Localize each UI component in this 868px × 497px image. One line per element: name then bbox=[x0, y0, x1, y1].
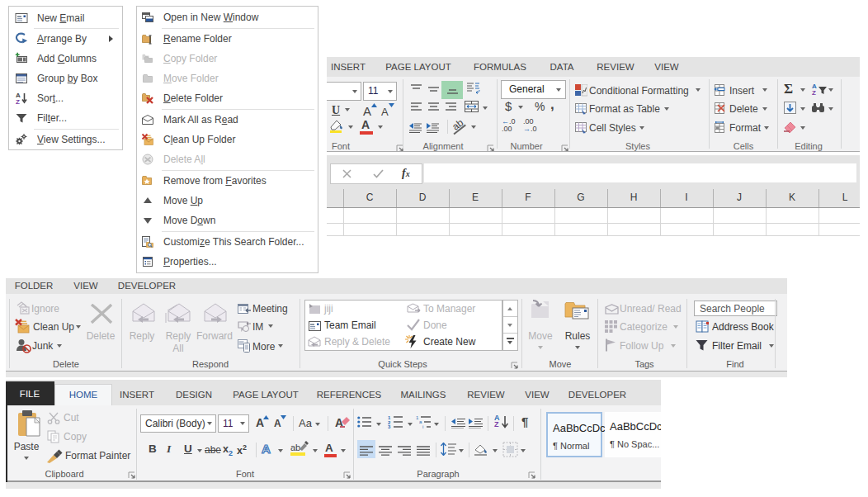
svg-text:3: 3 bbox=[388, 424, 391, 428]
svg-text:ab: ab bbox=[290, 443, 300, 452]
svg-text:i: i bbox=[422, 424, 423, 428]
svg-text:Z: Z bbox=[16, 98, 20, 105]
